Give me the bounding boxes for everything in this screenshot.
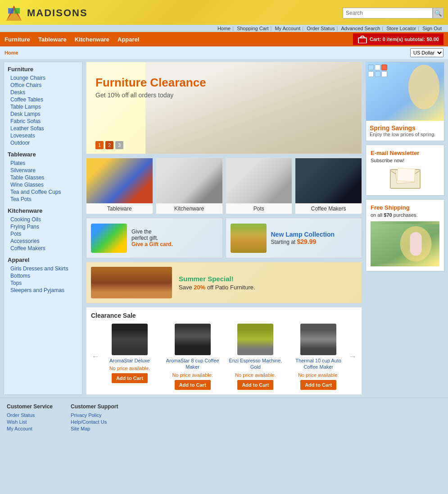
nav-kitchenware[interactable]: Kitchenware bbox=[75, 33, 109, 46]
add-to-cart-1[interactable]: Add to Cart bbox=[112, 373, 148, 383]
sidebar-item-desks[interactable]: Desks bbox=[8, 89, 78, 96]
footer-wish-list[interactable]: Wish List bbox=[7, 419, 53, 425]
search-input[interactable] bbox=[343, 8, 433, 18]
clearance-next[interactable]: → bbox=[348, 352, 357, 361]
sidebar-item-leather-sofas[interactable]: Leather Sofas bbox=[8, 125, 78, 132]
nav-order-status[interactable]: Order Status bbox=[307, 26, 335, 31]
hero-subtitle: Get 10% off all orders today bbox=[95, 91, 206, 99]
sidebar-item-coffee-makers[interactable]: Coffee Makers bbox=[8, 245, 78, 252]
clearance-item-1: AromaStar Deluxe No price available. Add… bbox=[100, 324, 159, 390]
summer-special: Summer Special! Save 20% off Patio Furni… bbox=[86, 262, 362, 303]
logo-icon bbox=[5, 4, 23, 23]
clearance-items: ← AromaStar Deluxe No price available. A… bbox=[91, 324, 357, 390]
promo-gift-line3[interactable]: Give a Gift card. bbox=[131, 241, 173, 247]
hero-dot-2[interactable]: 2 bbox=[105, 141, 113, 149]
search-button[interactable]: 🔍 bbox=[433, 8, 443, 18]
svg-rect-2 bbox=[8, 8, 14, 14]
header: MADISONS 🔍 bbox=[0, 0, 448, 25]
free-shipping-svg bbox=[371, 221, 439, 266]
search-bar: 🔍 bbox=[343, 8, 443, 18]
svg-rect-3 bbox=[14, 8, 20, 14]
clearance-item-2-name[interactable]: AromaStar 8 cup Coffee Maker bbox=[163, 357, 222, 370]
currency-select[interactable]: US Dollar Euro GBP bbox=[410, 48, 443, 57]
pots-label: Pots bbox=[226, 203, 292, 214]
nav-store-locator[interactable]: Store Locator bbox=[386, 26, 416, 31]
sidebar-item-pots[interactable]: Pots bbox=[8, 230, 78, 238]
clearance-heading: Clearance Sale bbox=[91, 312, 357, 319]
hero-dot-3[interactable]: 3 bbox=[115, 141, 123, 149]
clearance-item-3-name[interactable]: Enzi Espresso Machine, Gold bbox=[226, 357, 285, 370]
clearance-prev[interactable]: ← bbox=[91, 352, 100, 361]
footer-my-account[interactable]: My Account bbox=[7, 426, 53, 431]
product-thumb-kitchenware[interactable]: Kitchenware bbox=[156, 158, 223, 214]
add-to-cart-2[interactable]: Add to Cart bbox=[175, 380, 211, 390]
svg-rect-9 bbox=[382, 65, 387, 70]
sidebar-item-tops[interactable]: Tops bbox=[8, 279, 78, 287]
cart-area[interactable]: Cart: 0 item(s) subtotal: $0.00 bbox=[353, 33, 443, 45]
sidebar-item-wine-glasses[interactable]: Wine Glasses bbox=[8, 181, 78, 188]
clearance-section: Clearance Sale ← AromaStar Deluxe No pri… bbox=[86, 307, 362, 395]
content-wrapper: Furniture Lounge Chairs Office Chairs De… bbox=[0, 59, 448, 398]
sidebar-item-lounge-chairs[interactable]: Lounge Chairs bbox=[8, 74, 78, 82]
nav-advanced-search[interactable]: Advanced Search bbox=[341, 26, 380, 31]
clearance-item-4-image bbox=[300, 324, 336, 355]
summer-text: Summer Special! Save 20% off Patio Furni… bbox=[179, 275, 255, 291]
breadcrumb-row: Home US Dollar Euro GBP bbox=[0, 46, 448, 59]
footer-site-map[interactable]: Site Map bbox=[71, 426, 118, 431]
sidebar-item-tea-coffee-cups[interactable]: Tea and Coffee Cups bbox=[8, 188, 78, 196]
clearance-item-2-price: No price available. bbox=[163, 372, 222, 378]
sidebar-item-bottoms[interactable]: Bottoms bbox=[8, 272, 78, 279]
sidebar: Furniture Lounge Chairs Office Chairs De… bbox=[4, 62, 82, 395]
product-thumb-pots[interactable]: Pots bbox=[226, 158, 293, 214]
sidebar-item-desk-lamps[interactable]: Desk Lamps bbox=[8, 110, 78, 118]
spring-savings-title: Spring Savings bbox=[370, 124, 440, 132]
right-sidebar: Spring Savings Enjoy the low prices of s… bbox=[366, 62, 444, 395]
clearance-item-1-image bbox=[112, 324, 148, 355]
add-to-cart-4[interactable]: Add to Cart bbox=[300, 380, 336, 390]
nav-furniture[interactable]: Furniture bbox=[5, 33, 30, 46]
svg-rect-7 bbox=[368, 65, 374, 70]
footer-help-contact[interactable]: Help/Contact Us bbox=[71, 419, 118, 425]
nav-shopping-cart[interactable]: Shopping Cart bbox=[237, 26, 268, 31]
sidebar-item-loveseats[interactable]: Loveseats bbox=[8, 132, 78, 139]
breadcrumb-home[interactable]: Home bbox=[5, 50, 18, 55]
sidebar-item-table-glasses[interactable]: Table Glasses bbox=[8, 174, 78, 181]
nav-my-account[interactable]: My Account bbox=[275, 26, 300, 31]
product-thumb-coffee-makers[interactable]: Coffee Makers bbox=[295, 158, 362, 214]
sidebar-item-outdoor[interactable]: Outdoor bbox=[8, 139, 78, 146]
sidebar-item-office-chairs[interactable]: Office Chairs bbox=[8, 82, 78, 89]
summer-pct: 20% bbox=[194, 284, 205, 291]
nav-home[interactable]: Home bbox=[217, 26, 231, 31]
sidebar-item-plates[interactable]: Plates bbox=[8, 160, 78, 167]
sidebar-item-sleepers[interactable]: Sleepers and Pyjamas bbox=[8, 287, 78, 294]
email-newsletter-title: E-mail Newsletter bbox=[371, 150, 439, 156]
pots-image bbox=[226, 158, 292, 203]
sidebar-item-fabric-sofas[interactable]: Fabric Sofas bbox=[8, 118, 78, 125]
gift-card-image bbox=[91, 224, 127, 253]
sidebar-item-silverware[interactable]: Silverware bbox=[8, 167, 78, 174]
sidebar-item-table-lamps[interactable]: Table Lamps bbox=[8, 103, 78, 110]
nav-apparel[interactable]: Apparel bbox=[118, 33, 139, 46]
footer: Customer Service Order Status Wish List … bbox=[0, 398, 448, 438]
clearance-item-1-name[interactable]: AromaStar Deluxe bbox=[100, 357, 159, 364]
sidebar-item-tea-pots[interactable]: Tea Pots bbox=[8, 196, 78, 203]
sidebar-item-frying-pans[interactable]: Frying Pans bbox=[8, 223, 78, 230]
promo-gift-line1: Give the bbox=[131, 229, 173, 235]
sidebar-item-cooking-oils[interactable]: Cooking Oils bbox=[8, 216, 78, 223]
add-to-cart-3[interactable]: Add to Cart bbox=[237, 380, 273, 390]
lamp-price: $29.99 bbox=[297, 238, 317, 245]
footer-order-status[interactable]: Order Status bbox=[7, 412, 53, 418]
main-nav: Furniture Tableware Kitchenware Apparel … bbox=[0, 32, 448, 46]
footer-privacy-policy[interactable]: Privacy Policy bbox=[71, 412, 118, 418]
nav-sign-out[interactable]: Sign Out bbox=[422, 26, 442, 31]
hero-dots: 1 2 3 bbox=[95, 141, 123, 149]
clearance-item-4-name[interactable]: Thermal 10 cup Auto Coffee Maker bbox=[289, 357, 348, 370]
sidebar-item-girls-dresses[interactable]: Girls Dresses and Skirts bbox=[8, 265, 78, 272]
nav-tableware[interactable]: Tableware bbox=[38, 33, 67, 46]
sidebar-item-coffee-tables[interactable]: Coffee Tables bbox=[8, 96, 78, 103]
promo-gift-line2: perfect gift. bbox=[131, 235, 173, 241]
product-thumb-tableware[interactable]: Tableware bbox=[86, 158, 153, 214]
clearance-item-4-price: No price available. bbox=[289, 372, 348, 378]
hero-dot-1[interactable]: 1 bbox=[95, 141, 104, 149]
sidebar-item-accessories[interactable]: Accessories bbox=[8, 238, 78, 245]
